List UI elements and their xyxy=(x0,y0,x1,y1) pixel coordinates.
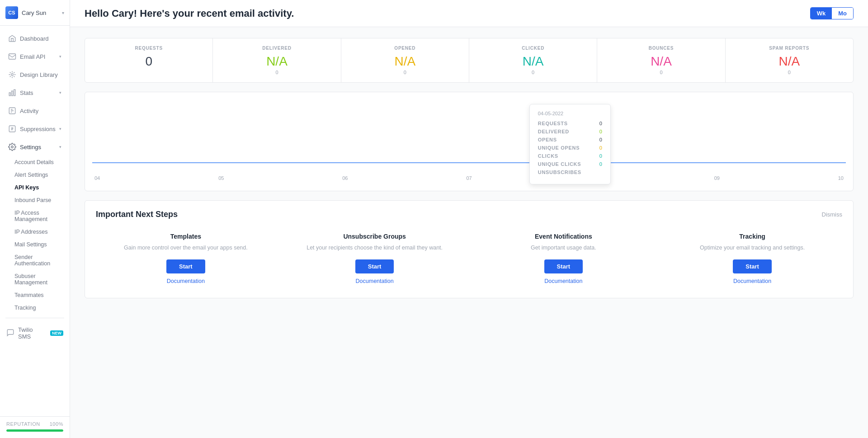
stat-sub-spam-reports: 0 xyxy=(735,70,844,75)
reputation-bar-fill xyxy=(6,429,63,432)
stat-value-delivered: N/A xyxy=(222,54,331,69)
stat-label-delivered: DELIVERED xyxy=(222,46,331,51)
step-card-event-notifications: Event Notifications Get important usage … xyxy=(474,228,654,289)
svg-rect-3 xyxy=(12,91,13,96)
sidebar-label-suppressions: Suppressions xyxy=(20,126,56,132)
tooltip-row-unique-clicks: UNIQUE CLICKS 0 xyxy=(538,161,602,167)
tooltip-val-delivered: 0 xyxy=(599,129,602,134)
sidebar-item-activity[interactable]: Activity xyxy=(2,102,68,119)
stat-value-bounces: N/A xyxy=(606,54,716,69)
chart-x-label-10: 10 xyxy=(838,175,844,181)
tooltip-key-unsubscribes: UNSUBSCRIBES xyxy=(538,170,581,175)
main-scrollable: REQUESTS 0 DELIVERED N/A 0 OPENED N/A 0 … xyxy=(70,27,868,438)
stat-sub-clicked: 0 xyxy=(478,70,588,75)
main-header: Hello Cary! Here's your recent email act… xyxy=(70,0,868,27)
chevron-right-icon: ▾ xyxy=(59,90,61,95)
user-menu[interactable]: CS Cary Sun ▾ xyxy=(0,0,70,26)
nav-menu: Dashboard Email API ▾ Design Library xyxy=(0,26,70,416)
step-title-tracking: Tracking xyxy=(667,233,838,240)
tooltip-val-unique-opens: 0 xyxy=(599,145,602,151)
stat-clicked: CLICKED N/A 0 xyxy=(469,38,597,82)
step-card-unsubscribe-groups: Unsubscribe Groups Let your recipients c… xyxy=(285,228,465,289)
submenu-mail-settings[interactable]: Mail Settings xyxy=(0,238,70,251)
stat-value-spam-reports: N/A xyxy=(735,54,844,69)
stat-value-requests: 0 xyxy=(94,54,203,69)
sidebar-item-settings[interactable]: Settings ▾ xyxy=(2,138,68,155)
start-button-templates[interactable]: Start xyxy=(166,259,205,273)
submenu-tracking[interactable]: Tracking xyxy=(0,301,70,314)
stat-label-bounces: BOUNCES xyxy=(606,46,716,51)
sidebar-item-design-library[interactable]: Design Library xyxy=(2,66,68,83)
doc-link-unsubscribe-groups[interactable]: Documentation xyxy=(289,278,460,284)
period-toggle: Wk Mo xyxy=(810,7,854,19)
stat-opened: OPENED N/A 0 xyxy=(341,38,469,82)
submenu-account-details[interactable]: Account Details xyxy=(0,156,70,169)
submenu-teammates[interactable]: Teammates xyxy=(0,289,70,301)
step-title-event-notifications: Event Notifications xyxy=(478,233,649,240)
sidebar-item-dashboard[interactable]: Dashboard xyxy=(2,30,68,47)
chart-svg xyxy=(92,99,846,172)
activity-icon xyxy=(8,107,16,115)
doc-link-templates[interactable]: Documentation xyxy=(100,278,271,284)
submenu-ip-access-management[interactable]: IP Access Management xyxy=(0,207,70,226)
stats-icon xyxy=(8,89,16,97)
dismiss-button[interactable]: Dismiss xyxy=(822,211,843,218)
reputation-section: REPUTATION 100% xyxy=(0,416,70,438)
stat-sub-delivered: 0 xyxy=(222,70,331,75)
reputation-bar-bg xyxy=(6,429,63,432)
step-card-templates: Templates Gain more control over the ema… xyxy=(96,228,276,289)
period-mo-button[interactable]: Mo xyxy=(832,8,853,19)
sidebar-item-stats[interactable]: Stats ▾ xyxy=(2,84,68,101)
user-name: Cary Sun xyxy=(22,9,62,16)
svg-rect-2 xyxy=(9,93,10,96)
doc-link-tracking[interactable]: Documentation xyxy=(667,278,838,284)
next-steps-title: Important Next Steps xyxy=(96,210,178,219)
submenu-inbound-parse[interactable]: Inbound Parse xyxy=(0,194,70,207)
start-button-unsubscribe-groups[interactable]: Start xyxy=(355,259,394,273)
step-title-unsubscribe-groups: Unsubscribe Groups xyxy=(289,233,460,240)
stat-bounces: BOUNCES N/A 0 xyxy=(597,38,725,82)
period-wk-button[interactable]: Wk xyxy=(811,8,832,19)
tooltip-val-unique-clicks: 0 xyxy=(599,161,602,167)
start-button-tracking[interactable]: Start xyxy=(733,259,772,273)
next-steps-header: Important Next Steps Dismiss xyxy=(96,210,842,219)
stat-delivered: DELIVERED N/A 0 xyxy=(213,38,341,82)
sidebar-item-twilio-sms[interactable]: Twilio SMS NEW xyxy=(0,322,70,344)
start-button-event-notifications[interactable]: Start xyxy=(544,259,583,273)
email-icon xyxy=(8,52,16,61)
submenu-alert-settings[interactable]: Alert Settings xyxy=(0,169,70,181)
tooltip-row-requests: REQUESTS 0 xyxy=(538,121,602,126)
chart-tooltip: 04-05-2022 REQUESTS 0 DELIVERED 0 OPENS … xyxy=(529,104,611,184)
sidebar-label-design-library: Design Library xyxy=(20,71,61,78)
stat-value-clicked: N/A xyxy=(478,54,588,69)
step-desc-unsubscribe-groups: Let your recipients choose the kind of e… xyxy=(289,244,460,252)
tooltip-key-delivered: DELIVERED xyxy=(538,129,569,134)
sidebar-item-suppressions[interactable]: Suppressions ▾ xyxy=(2,120,68,137)
submenu-ip-addresses[interactable]: IP Addresses xyxy=(0,226,70,238)
page-title: Hello Cary! Here's your recent email act… xyxy=(85,8,294,19)
chevron-right-icon: ▾ xyxy=(59,127,61,131)
tooltip-key-opens: OPENS xyxy=(538,137,557,142)
step-desc-templates: Gain more control over the email your ap… xyxy=(100,244,271,252)
chart-x-label-07: 07 xyxy=(466,175,472,181)
submenu-sender-authentication[interactable]: Sender Authentication xyxy=(0,251,70,270)
submenu-api-keys[interactable]: API Keys xyxy=(0,181,70,194)
tooltip-val-opens: 0 xyxy=(599,137,602,142)
chart-x-label-05: 05 xyxy=(218,175,224,181)
sidebar-label-activity: Activity xyxy=(20,108,61,114)
tooltip-val-requests: 0 xyxy=(599,121,602,126)
stat-value-opened: N/A xyxy=(350,54,460,69)
steps-grid: Templates Gain more control over the ema… xyxy=(96,228,842,289)
sidebar-label-dashboard: Dashboard xyxy=(20,35,61,42)
step-card-tracking: Tracking Optimize your email tracking an… xyxy=(662,228,842,289)
doc-link-event-notifications[interactable]: Documentation xyxy=(478,278,649,284)
avatar: CS xyxy=(5,6,18,19)
svg-point-1 xyxy=(11,74,14,76)
svg-rect-4 xyxy=(14,89,15,96)
sidebar-item-email-api[interactable]: Email API ▾ xyxy=(2,48,68,65)
reputation-label-text: REPUTATION xyxy=(6,421,40,427)
stat-requests: REQUESTS 0 xyxy=(85,38,213,82)
submenu-subuser-management[interactable]: Subuser Management xyxy=(0,270,70,289)
design-icon xyxy=(8,71,16,79)
stat-label-opened: OPENED xyxy=(350,46,460,51)
